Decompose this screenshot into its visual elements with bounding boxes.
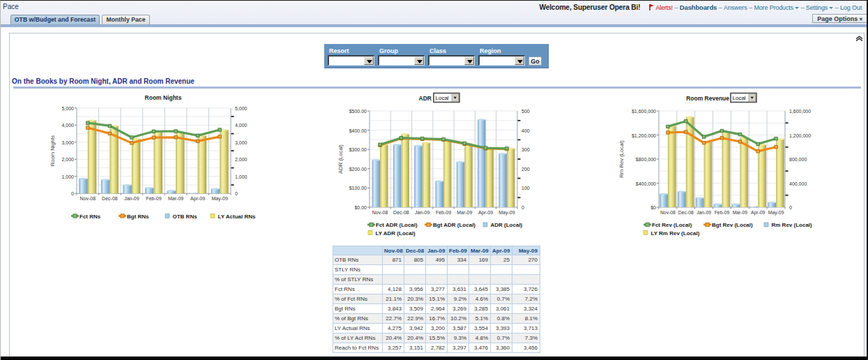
- svg-text:0: 0: [789, 205, 792, 210]
- svg-text:0: 0: [521, 205, 524, 210]
- svg-text:4,000: 4,000: [235, 123, 248, 128]
- svg-text:ADR (Local): ADR (Local): [337, 144, 344, 174]
- svg-text:Feb-09: Feb-09: [436, 210, 451, 215]
- svg-text:May-09: May-09: [498, 210, 515, 216]
- svg-text:Room Nights: Room Nights: [50, 135, 56, 167]
- svg-text:Rm Rev (Local): Rm Rev (Local): [772, 222, 813, 228]
- svg-text:4,000: 4,000: [61, 123, 74, 128]
- svg-text:May-09: May-09: [768, 210, 784, 216]
- svg-text:$200.00: $200.00: [349, 167, 367, 172]
- svg-text:5,000: 5,000: [235, 106, 248, 111]
- svg-text:OTB RNs: OTB RNs: [173, 213, 198, 220]
- svg-text:$100.00: $100.00: [349, 186, 367, 190]
- svg-text:ADR (Local): ADR (Local): [491, 222, 523, 228]
- svg-text:Mar-09: Mar-09: [733, 210, 748, 215]
- svg-text:1,000: 1,000: [235, 174, 248, 179]
- svg-text:LY ADR (Local): LY ADR (Local): [376, 230, 416, 237]
- svg-text:Dec-08: Dec-08: [102, 196, 118, 201]
- svg-text:$500.00: $500.00: [349, 109, 367, 114]
- svg-text:300: 300: [521, 147, 530, 152]
- svg-text:Nov-08: Nov-08: [372, 210, 388, 215]
- svg-text:1,600,000: 1,600,000: [789, 109, 811, 114]
- svg-text:$400.00: $400.00: [349, 128, 367, 133]
- svg-text:Room Nights: Room Nights: [145, 94, 182, 101]
- svg-text:400: 400: [521, 128, 530, 133]
- svg-text:Fct ADR (Local): Fct ADR (Local): [376, 222, 418, 228]
- svg-text:1,200,000: 1,200,000: [789, 133, 811, 138]
- svg-text:Bgt Rev (Local): Bgt Rev (Local): [712, 222, 753, 228]
- svg-text:$400,000: $400,000: [636, 181, 656, 186]
- svg-text:500: 500: [521, 109, 530, 114]
- svg-text:Nov-08: Nov-08: [660, 210, 676, 215]
- svg-text:Local: Local: [436, 95, 449, 101]
- svg-text:Jan-09: Jan-09: [124, 196, 139, 201]
- svg-text:$1,200,000: $1,200,000: [632, 133, 656, 138]
- svg-text:200: 200: [521, 167, 530, 172]
- svg-text:Jan-09: Jan-09: [696, 210, 711, 215]
- svg-text:1,000: 1,000: [61, 174, 74, 179]
- svg-text:400,000: 400,000: [789, 181, 807, 186]
- svg-text:0: 0: [71, 191, 74, 196]
- svg-text:$1,600,000: $1,600,000: [632, 109, 656, 114]
- svg-text:Mar-09: Mar-09: [168, 196, 183, 201]
- svg-text:Dec-08: Dec-08: [678, 210, 694, 215]
- svg-text:$300.00: $300.00: [349, 147, 367, 152]
- svg-text:LY Actual RNs: LY Actual RNs: [218, 213, 256, 220]
- svg-text:Jan-09: Jan-09: [415, 210, 430, 215]
- svg-text:Room Revenue: Room Revenue: [686, 95, 729, 102]
- svg-text:3,000: 3,000: [61, 140, 74, 145]
- svg-text:$800,000: $800,000: [636, 157, 656, 162]
- svg-text:$0.00: $0.00: [354, 205, 367, 210]
- svg-text:3,000: 3,000: [235, 140, 248, 145]
- svg-text:Feb-09: Feb-09: [146, 196, 161, 201]
- svg-text:Feb-09: Feb-09: [715, 210, 730, 215]
- svg-text:800,000: 800,000: [789, 157, 807, 162]
- svg-text:$0: $0: [650, 205, 656, 210]
- svg-text:ADR: ADR: [419, 95, 432, 102]
- svg-text:May-09: May-09: [212, 196, 228, 202]
- svg-text:100: 100: [521, 186, 530, 190]
- svg-text:Local: Local: [733, 95, 746, 101]
- svg-text:5,000: 5,000: [61, 106, 74, 111]
- svg-text:0: 0: [235, 191, 238, 196]
- svg-text:2,000: 2,000: [235, 157, 248, 162]
- svg-text:Rm Rev (Local): Rm Rev (Local): [618, 140, 625, 178]
- svg-text:Mar-09: Mar-09: [457, 210, 472, 215]
- svg-text:Apr-09: Apr-09: [751, 210, 766, 216]
- svg-text:Apr-09: Apr-09: [478, 210, 493, 216]
- svg-text:LY Rm Rev (Local): LY Rm Rev (Local): [651, 230, 700, 237]
- svg-text:Nov-08: Nov-08: [80, 196, 96, 201]
- svg-text:Bgt ADR (Local): Bgt ADR (Local): [433, 222, 475, 228]
- svg-text:Fct Rev (Local): Fct Rev (Local): [652, 222, 692, 228]
- svg-text:Fct RNs: Fct RNs: [79, 213, 101, 220]
- svg-text:Apr-09: Apr-09: [190, 196, 205, 202]
- svg-text:Bgt RNs: Bgt RNs: [127, 213, 149, 220]
- svg-text:2,000: 2,000: [61, 157, 74, 162]
- svg-text:Dec-08: Dec-08: [393, 210, 409, 215]
